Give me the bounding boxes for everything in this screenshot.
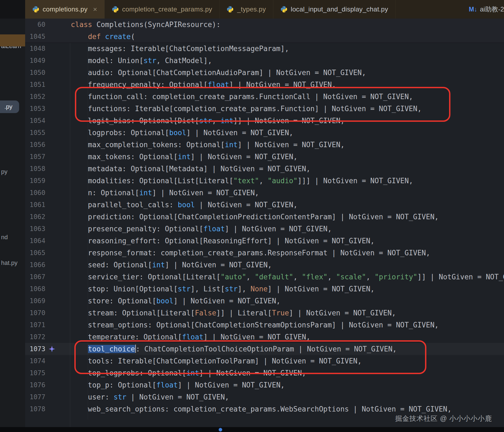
code-line-1062[interactable]: 1062 prediction: Optional[ChatCompletion… xyxy=(25,211,504,223)
code-token: | NotGiven = NOT_GIVEN, xyxy=(127,393,229,401)
gutter-slot xyxy=(45,223,71,235)
code-line-1049[interactable]: 1049 model: Union[str, ChatModel], xyxy=(25,55,504,67)
line-number[interactable]: 1069 xyxy=(25,295,45,307)
line-number[interactable]: 1061 xyxy=(25,199,45,211)
line-number[interactable]: 1048 xyxy=(25,43,45,55)
line-number[interactable]: 1067 xyxy=(25,271,45,283)
sidebar-item-nd[interactable]: nd xyxy=(1,234,8,241)
code-line-1057[interactable]: 1057 max_tokens: Optional[int] | NotGive… xyxy=(25,151,504,163)
code-line-1077[interactable]: 1077 user: str | NotGiven = NOT_GIVEN, xyxy=(25,391,504,403)
code-line-1071[interactable]: 1071 stream_options: Optional[ChatComple… xyxy=(25,319,504,331)
code-line-1054[interactable]: 1054 logit_bias: Optional[Dict[str, int]… xyxy=(25,115,504,127)
code-line-60[interactable]: 60class Completions(SyncAPIResource): xyxy=(25,19,504,31)
line-number[interactable]: 1076 xyxy=(25,379,45,391)
code-line-1069[interactable]: 1069 store: Optional[bool] | NotGiven = … xyxy=(25,295,504,307)
code-token: , xyxy=(212,117,221,125)
code-line-1072[interactable]: 1072 temperature: Optional[float] | NotG… xyxy=(25,331,504,343)
code-editor[interactable]: 60class Completions(SyncAPIResource):104… xyxy=(25,19,504,432)
line-number[interactable]: 1055 xyxy=(25,127,45,139)
sidebar-item-py-selected[interactable]: .py xyxy=(0,100,19,113)
line-number[interactable]: 60 xyxy=(25,19,45,31)
code-line-1045[interactable]: 1045 def create( xyxy=(25,31,504,43)
line-number[interactable]: 1068 xyxy=(25,283,45,295)
code-token: int xyxy=(139,189,152,197)
tab-local-input-and-display-chat-py[interactable]: local_input_and_display_chat.py xyxy=(273,0,395,19)
line-number[interactable]: 1077 xyxy=(25,391,45,403)
code-token: False xyxy=(195,309,216,317)
code-line-1063[interactable]: 1063 presence_penalty: Optional[float] |… xyxy=(25,223,504,235)
tab-ai-assistant-markdown[interactable]: M↓ ai助教-2 xyxy=(464,0,504,19)
code-line-1048[interactable]: 1048 messages: Iterable[ChatCompletionMe… xyxy=(25,43,504,55)
line-number[interactable]: 1053 xyxy=(25,103,45,115)
ai-assistant-icon[interactable] xyxy=(45,343,71,355)
code-token: ] | NotGiven = NOT_GIVEN, xyxy=(191,153,297,161)
line-number[interactable]: 1052 xyxy=(25,91,45,103)
tab-label: ai助教-2 xyxy=(480,5,504,14)
sidebar-item-py[interactable]: py xyxy=(1,168,7,175)
code-line-1066[interactable]: 1066 seed: Optional[int] | NotGiven = NO… xyxy=(25,259,504,271)
code-line-1070[interactable]: 1070 stream: Optional[Literal[False]] | … xyxy=(25,307,504,319)
code-token: , xyxy=(293,273,302,281)
code-line-1059[interactable]: 1059 modalities: Optional[List[Literal["… xyxy=(25,175,504,187)
sidebar-selected-row[interactable] xyxy=(0,34,25,46)
code-line-1064[interactable]: 1064 reasoning_effort: Optional[Reasonin… xyxy=(25,235,504,247)
line-number[interactable]: 1073 xyxy=(25,343,45,355)
line-number[interactable]: 1063 xyxy=(25,223,45,235)
line-number[interactable]: 1049 xyxy=(25,55,45,67)
code-token: frequency_penalty: Optional[ xyxy=(71,81,208,89)
line-number[interactable]: 1071 xyxy=(25,319,45,331)
code-line-1076[interactable]: 1076 top_p: Optional[float] | NotGiven =… xyxy=(25,379,504,391)
line-number[interactable]: 1066 xyxy=(25,259,45,271)
code-token: create xyxy=(105,32,131,41)
line-number[interactable]: 1072 xyxy=(25,331,45,343)
code-token: int xyxy=(178,153,191,161)
code-line-1061[interactable]: 1061 parallel_tool_calls: bool | NotGive… xyxy=(25,199,504,211)
code-line-1078[interactable]: 1078 web_search_options: completion_crea… xyxy=(25,403,504,415)
sidebar-item-hat-py[interactable]: hat.py xyxy=(1,259,17,267)
line-number[interactable]: 1064 xyxy=(25,235,45,247)
line-number[interactable]: 1060 xyxy=(25,187,45,199)
code-text: modalities: Optional[List[Literal["text"… xyxy=(71,175,413,187)
code-token: "scale" xyxy=(336,273,366,281)
code-line-1065[interactable]: 1065 response_format: completion_create_… xyxy=(25,247,504,259)
code-line-1055[interactable]: 1055 logprobs: Optional[bool] | NotGiven… xyxy=(25,127,504,139)
code-line-1051[interactable]: 1051 frequency_penalty: Optional[float] … xyxy=(25,79,504,91)
line-number[interactable]: 1065 xyxy=(25,247,45,259)
code-line-1052[interactable]: 1052 function_call: completion_create_pa… xyxy=(25,91,504,103)
line-number[interactable]: 1045 xyxy=(25,31,45,43)
line-number[interactable]: 1058 xyxy=(25,163,45,175)
gutter-slot xyxy=(45,163,71,175)
window-corner xyxy=(0,0,25,19)
tab-completion-create-params-py[interactable]: completion_create_params.py xyxy=(105,0,220,19)
line-number[interactable]: 1062 xyxy=(25,211,45,223)
line-number[interactable]: 1074 xyxy=(25,355,45,367)
code-text: top_logprobs: Optional[int] | NotGiven =… xyxy=(71,367,306,379)
code-token: : ChatCompletionToolChoiceOptionParam | … xyxy=(136,345,397,353)
line-number[interactable]: 1059 xyxy=(25,175,45,187)
code-line-1067[interactable]: 1067 service_tier: Optional[Literal["aut… xyxy=(25,271,504,283)
close-tab-icon[interactable]: × xyxy=(93,5,97,14)
tab-types-py[interactable]: _types.py xyxy=(219,0,273,19)
code-line-1053[interactable]: 1053 functions: Iterable[completion_crea… xyxy=(25,103,504,115)
line-number[interactable]: 1070 xyxy=(25,307,45,319)
line-number[interactable]: 1057 xyxy=(25,151,45,163)
gutter-slot xyxy=(45,91,71,103)
line-number[interactable]: 1075 xyxy=(25,367,45,379)
code-line-1050[interactable]: 1050 audio: Optional[ChatCompletionAudio… xyxy=(25,67,504,79)
code-line-1074[interactable]: 1074 tools: Iterable[ChatCompletionToolP… xyxy=(25,355,504,367)
code-token: bool xyxy=(169,129,186,137)
code-line-1073[interactable]: 1073 tool_choice: ChatCompletionToolChoi… xyxy=(25,343,504,355)
code-token: service_tier: Optional[Literal[ xyxy=(71,273,221,281)
tab-completions-py[interactable]: completions.py × xyxy=(25,0,105,19)
line-number[interactable]: 1051 xyxy=(25,79,45,91)
code-text: parallel_tool_calls: bool | NotGiven = N… xyxy=(71,199,298,211)
line-number[interactable]: 1050 xyxy=(25,67,45,79)
line-number[interactable]: 1054 xyxy=(25,115,45,127)
line-number[interactable]: 1078 xyxy=(25,403,45,415)
code-line-1060[interactable]: 1060 n: Optional[int] | NotGiven = NOT_G… xyxy=(25,187,504,199)
code-line-1075[interactable]: 1075 top_logprobs: Optional[int] | NotGi… xyxy=(25,367,504,379)
code-line-1068[interactable]: 1068 stop: Union[Optional[str], List[str… xyxy=(25,283,504,295)
code-line-1056[interactable]: 1056 max_completion_tokens: Optional[int… xyxy=(25,139,504,151)
code-line-1058[interactable]: 1058 metadata: Optional[Metadata] | NotG… xyxy=(25,163,504,175)
line-number[interactable]: 1056 xyxy=(25,139,45,151)
